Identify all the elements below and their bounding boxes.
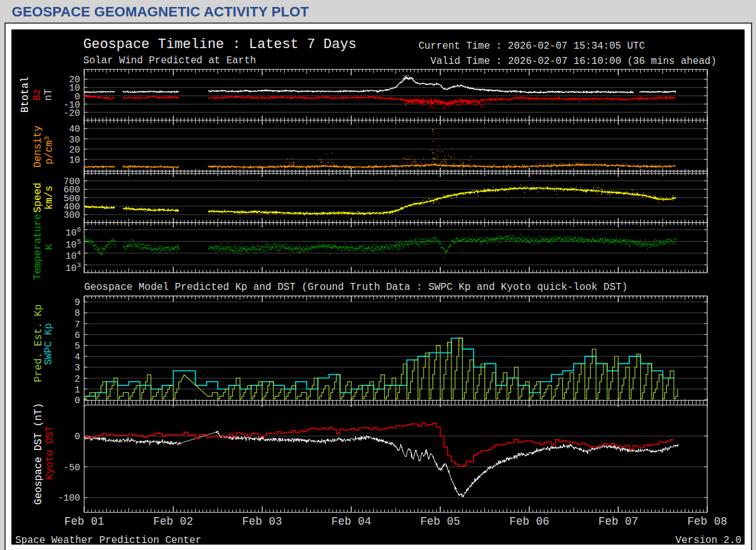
svg-text:Feb 07: Feb 07 bbox=[598, 515, 638, 528]
svg-text:Temperature: Temperature bbox=[32, 214, 44, 280]
svg-text:Bz: Bz bbox=[32, 89, 43, 101]
svg-text:p/cm3: p/cm3 bbox=[43, 136, 55, 165]
svg-text:Feb 06: Feb 06 bbox=[509, 515, 549, 528]
svg-text:4: 4 bbox=[75, 352, 80, 362]
svg-text:Feb 03: Feb 03 bbox=[243, 515, 282, 528]
svg-text:Geospace Timeline : Latest 7 D: Geospace Timeline : Latest 7 Days bbox=[84, 37, 357, 53]
svg-text:Geospace Model Predicted Kp an: Geospace Model Predicted Kp and DST (Gro… bbox=[84, 282, 627, 293]
svg-text:10: 10 bbox=[65, 228, 77, 238]
svg-text:10: 10 bbox=[65, 240, 77, 250]
svg-text:10: 10 bbox=[69, 155, 80, 165]
svg-text:10: 10 bbox=[65, 263, 77, 273]
svg-text:nT: nT bbox=[43, 89, 54, 101]
svg-text:1: 1 bbox=[75, 385, 80, 395]
svg-text:6: 6 bbox=[75, 330, 80, 341]
svg-text:Space Weather Prediction Cente: Space Weather Prediction Center bbox=[15, 535, 201, 546]
svg-text:GEOSPACE GEOMAGNETIC ACTIVITY: GEOSPACE GEOMAGNETIC ACTIVITY PLOT bbox=[12, 4, 310, 20]
svg-text:-20: -20 bbox=[63, 108, 80, 118]
svg-text:Feb 01: Feb 01 bbox=[64, 515, 104, 528]
svg-text:5: 5 bbox=[75, 341, 80, 351]
svg-text:Solar Wind Predicted at Earth: Solar Wind Predicted at Earth bbox=[84, 55, 256, 66]
svg-text:Speed: Speed bbox=[32, 183, 44, 213]
svg-text:2: 2 bbox=[75, 374, 80, 384]
svg-text:Feb 02: Feb 02 bbox=[153, 515, 193, 528]
svg-text:Version 2.0: Version 2.0 bbox=[676, 535, 741, 546]
svg-text:Valid Time : 2026-02-07 16:10:: Valid Time : 2026-02-07 16:10:00 (36 min… bbox=[431, 56, 717, 67]
svg-text:3: 3 bbox=[77, 261, 80, 269]
svg-text:7: 7 bbox=[75, 320, 80, 330]
svg-text:0: 0 bbox=[75, 396, 80, 406]
svg-text:0: 0 bbox=[75, 432, 80, 442]
svg-text:30: 30 bbox=[69, 135, 80, 145]
svg-text:4: 4 bbox=[77, 249, 80, 257]
svg-text:K: K bbox=[44, 244, 55, 250]
svg-text:20: 20 bbox=[69, 145, 80, 155]
svg-text:Current Time : 2026-02-07 15:3: Current Time : 2026-02-07 15:34:05 UTC bbox=[419, 41, 645, 52]
svg-text:Geospace DST (nT): Geospace DST (nT) bbox=[33, 403, 44, 504]
svg-text:Feb 04: Feb 04 bbox=[331, 515, 371, 528]
svg-text:5: 5 bbox=[77, 238, 80, 246]
svg-text:300: 300 bbox=[63, 210, 80, 220]
svg-text:-50: -50 bbox=[63, 463, 80, 473]
svg-text:6: 6 bbox=[77, 226, 80, 234]
svg-text:9: 9 bbox=[75, 297, 80, 308]
svg-text:Btotal: Btotal bbox=[20, 77, 31, 113]
svg-text:8: 8 bbox=[75, 308, 80, 318]
svg-text:SWPC Kp: SWPC Kp bbox=[43, 323, 54, 365]
svg-text:km/s: km/s bbox=[44, 185, 55, 209]
svg-text:Density: Density bbox=[32, 125, 44, 167]
svg-text:Kyoto DST: Kyoto DST bbox=[44, 426, 56, 480]
svg-text:Feb 05: Feb 05 bbox=[420, 515, 460, 528]
svg-text:3: 3 bbox=[75, 363, 80, 373]
svg-text:10: 10 bbox=[65, 251, 77, 261]
svg-text:40: 40 bbox=[69, 124, 80, 134]
svg-text:Feb 08: Feb 08 bbox=[687, 515, 727, 528]
svg-text:-100: -100 bbox=[58, 493, 80, 503]
